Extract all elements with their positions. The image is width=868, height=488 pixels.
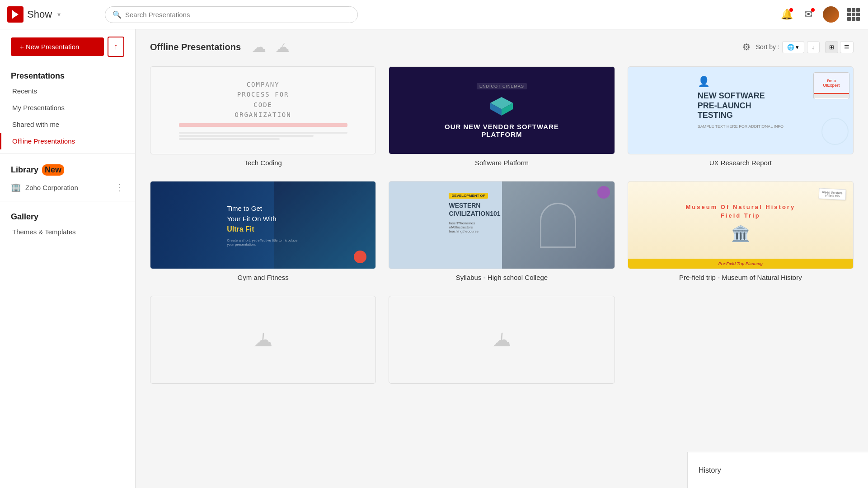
messages-icon[interactable]: ✉ — [801, 7, 816, 22]
presentation-thumbnail-ux-research: 👤 NEW SOFTWAREPRE-LAUNCHTESTING SAMPLE T… — [628, 66, 854, 154]
presentation-card-tech-coding[interactable]: COMPANYPROCESS FORCODEORGANIZATION Tech … — [150, 66, 376, 167]
software-title: OUR NEW VENDOR SOFTWAREPLATFORM — [445, 123, 559, 138]
presentation-card-ux-research[interactable]: 👤 NEW SOFTWAREPRE-LAUNCHTESTING SAMPLE T… — [628, 66, 854, 167]
sidebar-item-shared[interactable]: Shared with me — [0, 116, 135, 133]
presentation-thumbnail-syllabus: DEVELOPMENT OF WESTERNCIVILIZATION101 In… — [389, 181, 615, 269]
offline-cloud-1: ☁ / — [253, 329, 272, 351]
user-avatar[interactable] — [823, 6, 839, 23]
search-bar[interactable]: 🔍 — [105, 6, 358, 23]
presentation-name-tech-coding: Tech Coding — [150, 159, 376, 167]
presentation-thumbnail-museum: Museum Of Natural History Field Trip 🏛️ … — [628, 181, 854, 269]
sidebar-divider-1 — [0, 153, 135, 153]
sidebar-divider-2 — [0, 201, 135, 201]
history-panel[interactable]: History — [687, 452, 868, 488]
presentation-name-software-platform: Software Platform — [389, 159, 615, 167]
main-layout: + New Presentation ↑ Presentations Recen… — [0, 29, 868, 488]
presentation-card-museum[interactable]: Museum Of Natural History Field Trip 🏛️ … — [628, 181, 854, 281]
sidebar: + New Presentation ↑ Presentations Recen… — [0, 29, 136, 488]
gallery-heading: Gallery — [0, 205, 135, 223]
library-heading-row: Library New — [0, 157, 135, 177]
notification-bell-icon[interactable]: 🔔 — [779, 7, 794, 22]
organization-icon: 🏢 — [11, 182, 21, 192]
sort-dropdown[interactable]: 🌐 ▾ — [782, 41, 804, 53]
app-header: Show ▾ 🔍 🔔 ✉ — [0, 0, 868, 29]
section-title: Offline Presentations — [150, 42, 241, 52]
presentation-name-museum: Pre-field trip - Museum of Natural Histo… — [628, 274, 854, 281]
more-options-icon[interactable]: ⋮ — [115, 182, 124, 193]
ux-title: NEW SOFTWAREPRE-LAUNCHTESTING — [698, 91, 784, 121]
presentation-thumbnail-gym-fitness: Time to GetYour Fit On WithUltra Fit Cre… — [150, 181, 376, 269]
software-badge: ENDICOT CINEMAS — [477, 83, 527, 89]
presentation-thumbnail-software-platform: ENDICOT CINEMAS OUR NEW VENDOR SOFTWAREP… — [389, 66, 615, 154]
grid-view-button[interactable]: ⊞ — [825, 41, 838, 53]
offline-placeholder-grid: ☁ / ☁ / — [150, 296, 854, 388]
sidebar-item-recents[interactable]: Recents — [0, 83, 135, 99]
new-presentation-row: + New Presentation ↑ — [0, 29, 135, 64]
notification-dot — [789, 8, 793, 12]
upload-button[interactable]: ↑ — [108, 37, 124, 57]
software-icon — [488, 95, 515, 117]
settings-icon[interactable]: ⚙ — [742, 42, 751, 52]
logo-icon — [7, 6, 23, 23]
logo-area: Show ▾ — [7, 6, 98, 23]
library-heading-text: Library — [11, 165, 38, 175]
library-new-badge: New — [42, 164, 64, 176]
content-header: Offline Presentations ☁ ☁ ⁄ ⚙ Sort by : … — [150, 38, 854, 56]
search-input[interactable] — [125, 11, 350, 19]
main-content: Offline Presentations ☁ ☁ ⁄ ⚙ Sort by : … — [136, 29, 868, 488]
apps-grid-icon[interactable] — [846, 7, 861, 22]
presentation-card-gym-fitness[interactable]: Time to GetYour Fit On WithUltra Fit Cre… — [150, 181, 376, 281]
svg-marker-0 — [12, 10, 19, 19]
offline-placeholder-1: ☁ / — [150, 296, 376, 388]
list-view-button[interactable]: ☰ — [840, 41, 854, 53]
sidebar-item-offline[interactable]: Offline Presentations — [0, 133, 135, 149]
svg-rect-1 — [12, 10, 13, 19]
sort-direction[interactable]: ↓ — [807, 41, 820, 53]
app-name: Show — [27, 9, 52, 20]
new-presentation-button[interactable]: + New Presentation — [11, 37, 104, 56]
sort-label: Sort by : — [756, 43, 779, 51]
logo-caret-icon[interactable]: ▾ — [57, 11, 61, 18]
offline-thumb-1: ☁ / — [150, 296, 376, 384]
header-right: 🔔 ✉ — [779, 6, 861, 23]
view-toggle: ⊞ ☰ — [825, 41, 854, 53]
presentation-card-software-platform[interactable]: ENDICOT CINEMAS OUR NEW VENDOR SOFTWAREP… — [389, 66, 615, 167]
sidebar-item-themes-templates[interactable]: Themes & Templates — [0, 223, 135, 240]
offline-thumb-2: ☁ / — [389, 296, 615, 384]
tech-thumb-title: COMPANYPROCESS FORCODEORGANIZATION — [235, 79, 291, 120]
presentation-thumbnail-tech-coding: COMPANYPROCESS FORCODEORGANIZATION — [150, 66, 376, 154]
sort-area: Sort by : 🌐 ▾ ↓ — [756, 41, 820, 53]
presentation-name-ux-research: UX Research Report — [628, 159, 854, 167]
presentations-grid: COMPANYPROCESS FORCODEORGANIZATION Tech … — [150, 66, 854, 281]
offline-cloud-icon: ☁ — [252, 38, 266, 56]
history-label: History — [699, 466, 721, 474]
offline-indicator: ☁ ⁄ — [275, 38, 290, 56]
sidebar-item-my-presentations[interactable]: My Presentations — [0, 99, 135, 116]
syllabus-circle-decoration — [597, 186, 610, 199]
upload-icon: ↑ — [114, 42, 118, 51]
ux-sub: SAMPLE TEXT HERE FOR ADDITIONAL INFO — [698, 124, 784, 129]
offline-cloud-2: ☁ / — [492, 329, 511, 351]
presentations-heading: Presentations — [0, 64, 135, 83]
library-item-label: Zoho Corporation — [25, 184, 111, 191]
sidebar-item-zoho-corporation[interactable]: 🏢 Zoho Corporation ⋮ — [0, 177, 135, 197]
search-icon: 🔍 — [113, 10, 122, 19]
presentation-name-gym-fitness: Gym and Fitness — [150, 274, 376, 281]
offline-placeholder-2: ☁ / — [389, 296, 615, 388]
presentation-name-syllabus: Syllabus - High school College — [389, 274, 615, 281]
header-tools: ⚙ Sort by : 🌐 ▾ ↓ ⊞ ☰ — [742, 41, 854, 53]
messages-dot — [811, 8, 815, 12]
presentation-card-syllabus[interactable]: DEVELOPMENT OF WESTERNCIVILIZATION101 In… — [389, 181, 615, 281]
